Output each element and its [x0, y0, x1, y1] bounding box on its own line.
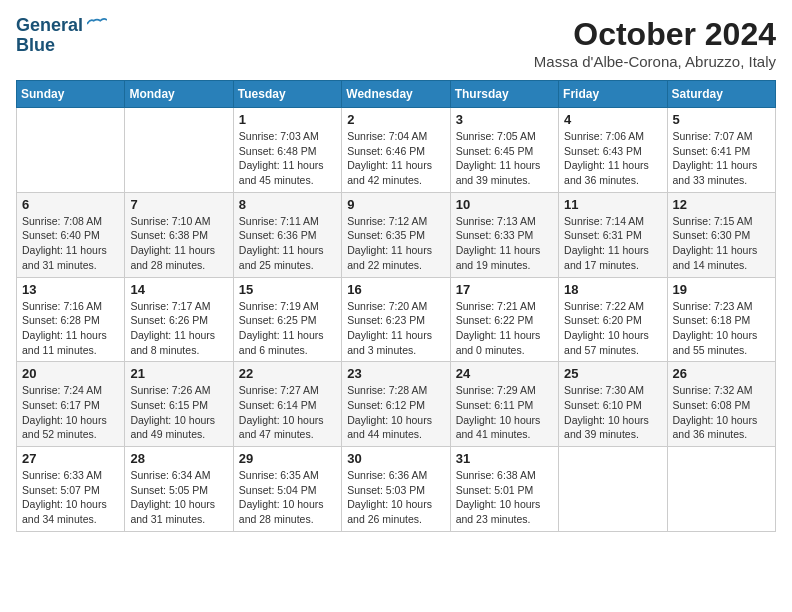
calendar-cell: 31Sunrise: 6:38 AM Sunset: 5:01 PM Dayli… — [450, 447, 558, 532]
day-number: 19 — [673, 282, 770, 297]
day-info: Sunrise: 7:26 AM Sunset: 6:15 PM Dayligh… — [130, 383, 227, 442]
day-info: Sunrise: 7:11 AM Sunset: 6:36 PM Dayligh… — [239, 214, 336, 273]
calendar-cell — [667, 447, 775, 532]
day-number: 12 — [673, 197, 770, 212]
day-info: Sunrise: 7:23 AM Sunset: 6:18 PM Dayligh… — [673, 299, 770, 358]
day-number: 11 — [564, 197, 661, 212]
calendar-cell: 26Sunrise: 7:32 AM Sunset: 6:08 PM Dayli… — [667, 362, 775, 447]
page-header: General Blue October 2024 Massa d'Albe-C… — [16, 16, 776, 70]
day-number: 29 — [239, 451, 336, 466]
month-title: October 2024 — [534, 16, 776, 53]
day-number: 4 — [564, 112, 661, 127]
day-info: Sunrise: 6:36 AM Sunset: 5:03 PM Dayligh… — [347, 468, 444, 527]
day-number: 7 — [130, 197, 227, 212]
calendar-cell: 3Sunrise: 7:05 AM Sunset: 6:45 PM Daylig… — [450, 108, 558, 193]
day-info: Sunrise: 7:30 AM Sunset: 6:10 PM Dayligh… — [564, 383, 661, 442]
calendar-cell — [559, 447, 667, 532]
day-info: Sunrise: 6:33 AM Sunset: 5:07 PM Dayligh… — [22, 468, 119, 527]
week-row-1: 1Sunrise: 7:03 AM Sunset: 6:48 PM Daylig… — [17, 108, 776, 193]
calendar-cell: 12Sunrise: 7:15 AM Sunset: 6:30 PM Dayli… — [667, 192, 775, 277]
week-row-5: 27Sunrise: 6:33 AM Sunset: 5:07 PM Dayli… — [17, 447, 776, 532]
week-row-3: 13Sunrise: 7:16 AM Sunset: 6:28 PM Dayli… — [17, 277, 776, 362]
weekday-header-row: SundayMondayTuesdayWednesdayThursdayFrid… — [17, 81, 776, 108]
day-number: 9 — [347, 197, 444, 212]
day-number: 26 — [673, 366, 770, 381]
week-row-4: 20Sunrise: 7:24 AM Sunset: 6:17 PM Dayli… — [17, 362, 776, 447]
weekday-header-thursday: Thursday — [450, 81, 558, 108]
logo-text: General Blue — [16, 16, 83, 56]
day-number: 10 — [456, 197, 553, 212]
calendar-cell: 25Sunrise: 7:30 AM Sunset: 6:10 PM Dayli… — [559, 362, 667, 447]
day-info: Sunrise: 7:16 AM Sunset: 6:28 PM Dayligh… — [22, 299, 119, 358]
calendar-cell: 5Sunrise: 7:07 AM Sunset: 6:41 PM Daylig… — [667, 108, 775, 193]
day-info: Sunrise: 7:03 AM Sunset: 6:48 PM Dayligh… — [239, 129, 336, 188]
day-info: Sunrise: 7:27 AM Sunset: 6:14 PM Dayligh… — [239, 383, 336, 442]
day-info: Sunrise: 7:07 AM Sunset: 6:41 PM Dayligh… — [673, 129, 770, 188]
calendar-cell: 19Sunrise: 7:23 AM Sunset: 6:18 PM Dayli… — [667, 277, 775, 362]
calendar-cell: 10Sunrise: 7:13 AM Sunset: 6:33 PM Dayli… — [450, 192, 558, 277]
day-number: 1 — [239, 112, 336, 127]
day-number: 24 — [456, 366, 553, 381]
calendar-cell: 2Sunrise: 7:04 AM Sunset: 6:46 PM Daylig… — [342, 108, 450, 193]
calendar-cell: 18Sunrise: 7:22 AM Sunset: 6:20 PM Dayli… — [559, 277, 667, 362]
calendar-cell: 13Sunrise: 7:16 AM Sunset: 6:28 PM Dayli… — [17, 277, 125, 362]
calendar-cell: 22Sunrise: 7:27 AM Sunset: 6:14 PM Dayli… — [233, 362, 341, 447]
calendar-cell: 29Sunrise: 6:35 AM Sunset: 5:04 PM Dayli… — [233, 447, 341, 532]
day-number: 23 — [347, 366, 444, 381]
calendar-cell: 4Sunrise: 7:06 AM Sunset: 6:43 PM Daylig… — [559, 108, 667, 193]
day-info: Sunrise: 7:29 AM Sunset: 6:11 PM Dayligh… — [456, 383, 553, 442]
day-info: Sunrise: 7:19 AM Sunset: 6:25 PM Dayligh… — [239, 299, 336, 358]
calendar-cell — [125, 108, 233, 193]
day-info: Sunrise: 6:35 AM Sunset: 5:04 PM Dayligh… — [239, 468, 336, 527]
logo-bird-icon — [87, 16, 107, 32]
day-number: 27 — [22, 451, 119, 466]
calendar-cell: 23Sunrise: 7:28 AM Sunset: 6:12 PM Dayli… — [342, 362, 450, 447]
day-info: Sunrise: 7:15 AM Sunset: 6:30 PM Dayligh… — [673, 214, 770, 273]
day-info: Sunrise: 6:34 AM Sunset: 5:05 PM Dayligh… — [130, 468, 227, 527]
day-number: 28 — [130, 451, 227, 466]
day-number: 6 — [22, 197, 119, 212]
calendar-cell: 28Sunrise: 6:34 AM Sunset: 5:05 PM Dayli… — [125, 447, 233, 532]
calendar-cell: 8Sunrise: 7:11 AM Sunset: 6:36 PM Daylig… — [233, 192, 341, 277]
day-number: 17 — [456, 282, 553, 297]
calendar-cell — [17, 108, 125, 193]
day-info: Sunrise: 7:10 AM Sunset: 6:38 PM Dayligh… — [130, 214, 227, 273]
day-number: 13 — [22, 282, 119, 297]
day-info: Sunrise: 7:06 AM Sunset: 6:43 PM Dayligh… — [564, 129, 661, 188]
location-title: Massa d'Albe-Corona, Abruzzo, Italy — [534, 53, 776, 70]
day-number: 2 — [347, 112, 444, 127]
day-number: 16 — [347, 282, 444, 297]
day-info: Sunrise: 7:24 AM Sunset: 6:17 PM Dayligh… — [22, 383, 119, 442]
day-info: Sunrise: 7:04 AM Sunset: 6:46 PM Dayligh… — [347, 129, 444, 188]
day-info: Sunrise: 7:14 AM Sunset: 6:31 PM Dayligh… — [564, 214, 661, 273]
weekday-header-friday: Friday — [559, 81, 667, 108]
weekday-header-saturday: Saturday — [667, 81, 775, 108]
day-number: 3 — [456, 112, 553, 127]
day-info: Sunrise: 7:12 AM Sunset: 6:35 PM Dayligh… — [347, 214, 444, 273]
calendar-cell: 6Sunrise: 7:08 AM Sunset: 6:40 PM Daylig… — [17, 192, 125, 277]
day-info: Sunrise: 6:38 AM Sunset: 5:01 PM Dayligh… — [456, 468, 553, 527]
day-info: Sunrise: 7:21 AM Sunset: 6:22 PM Dayligh… — [456, 299, 553, 358]
day-number: 30 — [347, 451, 444, 466]
day-number: 21 — [130, 366, 227, 381]
calendar-cell: 14Sunrise: 7:17 AM Sunset: 6:26 PM Dayli… — [125, 277, 233, 362]
day-info: Sunrise: 7:08 AM Sunset: 6:40 PM Dayligh… — [22, 214, 119, 273]
week-row-2: 6Sunrise: 7:08 AM Sunset: 6:40 PM Daylig… — [17, 192, 776, 277]
day-number: 14 — [130, 282, 227, 297]
calendar-cell: 15Sunrise: 7:19 AM Sunset: 6:25 PM Dayli… — [233, 277, 341, 362]
calendar-cell: 24Sunrise: 7:29 AM Sunset: 6:11 PM Dayli… — [450, 362, 558, 447]
calendar-cell: 16Sunrise: 7:20 AM Sunset: 6:23 PM Dayli… — [342, 277, 450, 362]
title-block: October 2024 Massa d'Albe-Corona, Abruzz… — [534, 16, 776, 70]
weekday-header-monday: Monday — [125, 81, 233, 108]
calendar-cell: 20Sunrise: 7:24 AM Sunset: 6:17 PM Dayli… — [17, 362, 125, 447]
day-number: 22 — [239, 366, 336, 381]
day-number: 18 — [564, 282, 661, 297]
day-info: Sunrise: 7:32 AM Sunset: 6:08 PM Dayligh… — [673, 383, 770, 442]
day-number: 20 — [22, 366, 119, 381]
calendar-cell: 21Sunrise: 7:26 AM Sunset: 6:15 PM Dayli… — [125, 362, 233, 447]
weekday-header-tuesday: Tuesday — [233, 81, 341, 108]
day-number: 31 — [456, 451, 553, 466]
day-info: Sunrise: 7:22 AM Sunset: 6:20 PM Dayligh… — [564, 299, 661, 358]
calendar-table: SundayMondayTuesdayWednesdayThursdayFrid… — [16, 80, 776, 532]
day-number: 5 — [673, 112, 770, 127]
